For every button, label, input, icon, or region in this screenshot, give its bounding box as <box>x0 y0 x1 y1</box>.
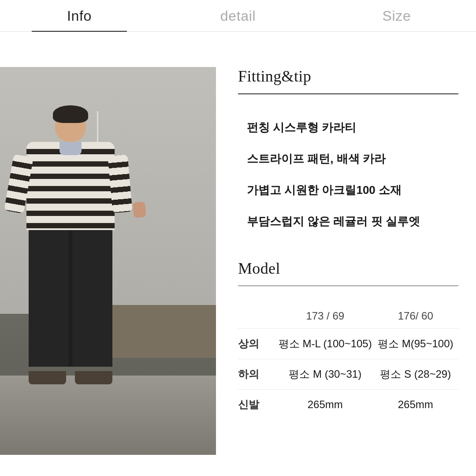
person-figure <box>26 109 115 384</box>
fitting-item-4: 부담스럽지 않은 레귤러 핏 실루엣 <box>238 206 458 237</box>
model-col-2: 176/ 60 <box>377 304 458 329</box>
model-title: Model <box>238 259 458 278</box>
person-feet <box>29 367 112 384</box>
foot-right <box>75 371 112 384</box>
tab-bar: Info detail Size <box>0 0 476 32</box>
fitting-item-2: 스트라이프 패턴, 배색 카라 <box>238 143 458 175</box>
fitting-item-3: 가볍고 시원한 아크릴100 소재 <box>238 175 458 206</box>
fitting-section: Fitting&tip 펀칭 시스루형 카라티 스트라이프 패턴, 배색 카라 … <box>238 67 458 237</box>
row-top-label: 상의 <box>238 329 278 359</box>
row-bottom-col1: 평소 M (30~31) <box>278 359 377 390</box>
person-collar <box>60 142 82 155</box>
model-section: Model 173 / 69 176/ 60 상의 평소 M-L (100~10… <box>238 259 458 420</box>
person-pants <box>29 230 112 367</box>
row-shoes-label: 신발 <box>238 390 278 420</box>
row-shoes-col2: 265mm <box>377 390 458 420</box>
person-head <box>55 109 86 142</box>
hand-right <box>133 201 146 218</box>
row-top-col2: 평소 M(95~100) <box>377 329 458 359</box>
product-photo <box>0 67 216 455</box>
model-table-header: 173 / 69 176/ 60 <box>238 304 458 329</box>
person-leg-left <box>29 230 69 367</box>
tab-size[interactable]: Size <box>317 0 476 31</box>
main-content: Fitting&tip 펀칭 시스루형 카라티 스트라이프 패턴, 배색 카라 … <box>0 32 476 476</box>
stones <box>0 376 216 455</box>
foot-left <box>29 371 66 384</box>
row-bottom-label: 하의 <box>238 359 278 390</box>
person-hair <box>53 105 88 123</box>
person-leg-right <box>72 230 112 367</box>
right-content: Fitting&tip 펀칭 시스루형 카라티 스트라이프 패턴, 배색 카라 … <box>216 67 476 420</box>
row-top-col1: 평소 M-L (100~105) <box>278 329 377 359</box>
model-col-label <box>238 304 278 329</box>
model-col-1: 173 / 69 <box>278 304 377 329</box>
person-torso <box>26 142 115 230</box>
model-row-top: 상의 평소 M-L (100~105) 평소 M(95~100) <box>238 329 458 359</box>
model-divider <box>238 286 458 286</box>
tab-detail[interactable]: detail <box>159 0 317 31</box>
fitting-item-1: 펀칭 시스루형 카라티 <box>238 112 458 143</box>
fitting-list: 펀칭 시스루형 카라티 스트라이프 패턴, 배색 카라 가볍고 시원한 아크릴1… <box>238 112 458 237</box>
model-row-shoes: 신발 265mm 265mm <box>238 390 458 420</box>
model-table: 173 / 69 176/ 60 상의 평소 M-L (100~105) 평소 … <box>238 304 458 420</box>
fitting-divider <box>238 93 458 94</box>
tab-info[interactable]: Info <box>0 0 159 31</box>
row-bottom-col2: 평소 S (28~29) <box>377 359 458 390</box>
row-shoes-col1: 265mm <box>278 390 377 420</box>
fitting-title: Fitting&tip <box>238 67 458 86</box>
model-row-bottom: 하의 평소 M (30~31) 평소 S (28~29) <box>238 359 458 390</box>
